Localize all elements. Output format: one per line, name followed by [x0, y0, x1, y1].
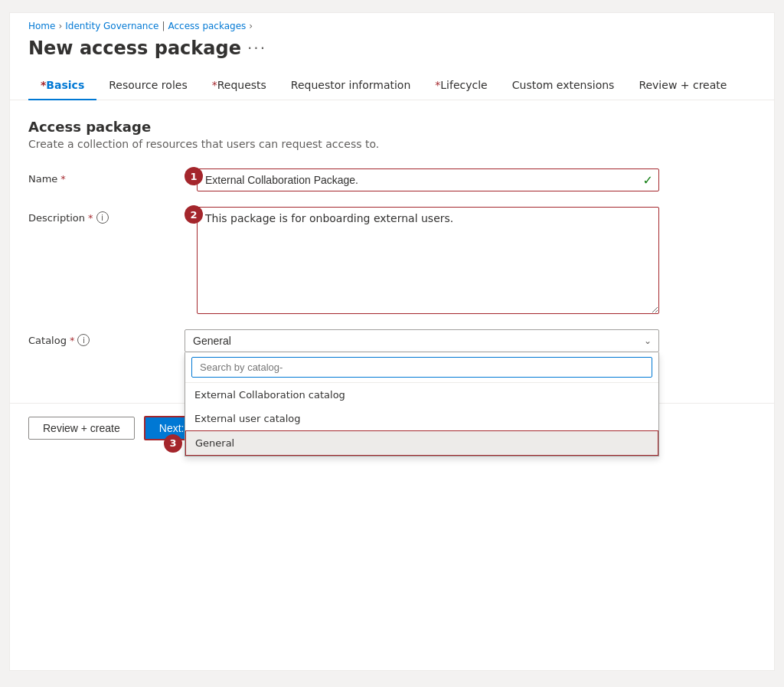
tab-requestor-info[interactable]: Requestor information [279, 71, 423, 100]
page-title-row: New access package ··· [10, 34, 774, 71]
tab-review-create[interactable]: Review + create [626, 71, 739, 100]
name-label: Name * [28, 168, 166, 185]
catalog-row: Catalog * i General ⌄ External Collabora… [28, 329, 756, 352]
breadcrumb-home[interactable]: Home [28, 21, 55, 31]
description-field: 2 This package is for onboarding externa… [185, 207, 659, 314]
catalog-select-wrapper: General ⌄ External Collaboration catalog… [185, 329, 659, 352]
catalog-search-input[interactable] [191, 357, 652, 378]
catalog-option-ext-user[interactable]: External user catalog [185, 407, 658, 430]
tab-basics[interactable]: *Basics [28, 71, 96, 100]
breadcrumb-packages[interactable]: Access packages [168, 21, 247, 31]
description-input[interactable]: This package is for onboarding external … [197, 207, 659, 314]
catalog-info-icon: i [77, 334, 90, 346]
breadcrumb-governance[interactable]: Identity Governance [65, 21, 158, 31]
tab-requests[interactable]: *Requests [200, 71, 279, 100]
catalog-dropdown: External Collaboration catalog External … [185, 352, 659, 456]
description-info-icon: i [96, 211, 109, 224]
catalog-option-ext-collab[interactable]: External Collaboration catalog [185, 383, 658, 407]
name-input[interactable] [197, 168, 659, 191]
catalog-search-row [185, 352, 658, 383]
tabs-row: *Basics Resource roles *Requests Request… [10, 71, 774, 100]
tab-resource-roles[interactable]: Resource roles [96, 71, 199, 100]
catalog-label: Catalog * i [28, 329, 166, 346]
catalog-select[interactable]: General [185, 329, 659, 352]
catalog-field: General ⌄ External Collaboration catalog… [185, 329, 659, 352]
catalog-option-general[interactable]: General [185, 430, 658, 456]
page-title: New access package [28, 38, 241, 59]
tab-lifecycle[interactable]: *Lifecycle [423, 71, 499, 100]
breadcrumb: Home › Identity Governance | Access pack… [10, 13, 774, 34]
review-create-button[interactable]: Review + create [28, 417, 135, 440]
step-badge-1: 1 [185, 167, 203, 185]
step-badge-2: 2 [185, 205, 203, 224]
name-check-icon: ✓ [643, 173, 653, 188]
tab-custom-extensions[interactable]: Custom extensions [500, 71, 627, 100]
content-area: Access package Create a collection of re… [10, 100, 774, 372]
section-title: Access package [28, 119, 756, 135]
section-description: Create a collection of resources that us… [28, 138, 756, 150]
page-title-options[interactable]: ··· [247, 39, 266, 57]
name-field: 1 ✓ [185, 168, 659, 191]
step-badge-3: 3 [164, 434, 182, 453]
description-row: Description * i 2 This package is for on… [28, 207, 756, 314]
name-row: Name * 1 ✓ [28, 168, 756, 191]
description-label: Description * i [28, 207, 166, 224]
